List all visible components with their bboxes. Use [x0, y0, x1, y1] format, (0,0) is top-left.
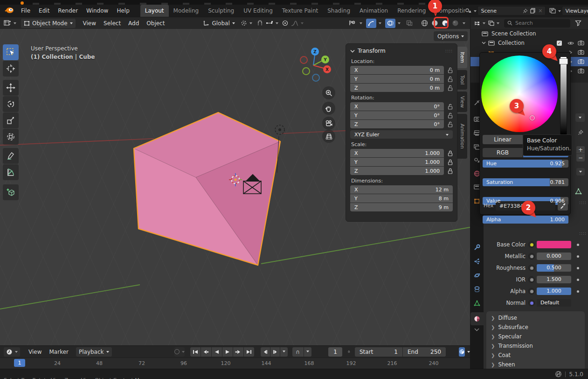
colorspace-linear-button[interactable]: Linear	[483, 135, 523, 144]
pivot-point-dropdown[interactable]	[241, 20, 252, 26]
section-diffuse[interactable]: ❯Diffuse	[486, 313, 585, 323]
current-frame-chip[interactable]: 1	[14, 359, 25, 367]
perspective-toggle-button[interactable]	[322, 130, 335, 143]
panel-grip[interactable]: ::::	[445, 49, 453, 53]
scale-y-field[interactable]: Y1.000	[350, 158, 444, 166]
object-visibility-dropdown[interactable]	[347, 19, 357, 28]
location-z-field[interactable]: Z0 m	[350, 84, 444, 92]
playback-sync-button[interactable]	[459, 347, 465, 357]
rotation-x-field[interactable]: X0°	[350, 102, 444, 111]
viewport-menu-add[interactable]: Add	[125, 20, 143, 27]
value-slider[interactable]	[560, 56, 567, 135]
lock-open-icon[interactable]	[448, 76, 453, 82]
location-y-field[interactable]: Y0 m	[350, 75, 444, 83]
menu-file[interactable]: File	[17, 7, 35, 14]
gizmo-axis-z[interactable]: Z	[311, 48, 319, 56]
menu-help[interactable]: Help	[112, 7, 133, 14]
tool-annotate[interactable]	[3, 148, 19, 164]
camera-view-button[interactable]	[322, 117, 335, 130]
normal-value-field[interactable]: Default	[537, 299, 571, 307]
viewlayer-name-field[interactable]: ViewLayer ✕	[562, 6, 588, 15]
new-scene-icon[interactable]	[530, 8, 536, 14]
xray-toggle[interactable]	[404, 19, 415, 28]
ior-slider[interactable]: 1.500	[537, 276, 571, 283]
lock-open-icon[interactable]	[448, 112, 453, 119]
animate-dot[interactable]	[577, 255, 579, 258]
mode-dropdown[interactable]: Object Mode	[21, 19, 76, 28]
step-options-chevron[interactable]	[280, 347, 288, 357]
filter-funnel-icon[interactable]	[575, 20, 581, 26]
tool-transform[interactable]	[3, 129, 19, 145]
color-wheel-cursor[interactable]	[530, 115, 535, 120]
prev-keyframe-button[interactable]	[201, 347, 211, 357]
viewport-menu-view[interactable]: View	[79, 20, 100, 27]
falloff-dropdown[interactable]	[291, 21, 304, 26]
alpha-socket[interactable]	[528, 288, 535, 295]
panel-grip[interactable]: ::::	[579, 231, 587, 236]
render-camera-icon[interactable]	[578, 49, 584, 55]
timeline-menu-view[interactable]: View	[25, 349, 45, 355]
play-reverse-button[interactable]	[212, 347, 222, 357]
animate-dot[interactable]	[577, 279, 579, 281]
viewlayer-datablock-icon[interactable]	[549, 8, 561, 14]
lock-closed-icon[interactable]	[448, 168, 453, 174]
collapse-chevron-icon[interactable]	[350, 49, 355, 53]
options-dropdown[interactable]: Options	[434, 31, 468, 41]
play-button[interactable]	[222, 347, 233, 357]
outliner-row-scene-collection[interactable]: Scene Collection	[470, 29, 588, 38]
tab-object-data-icon[interactable]	[474, 300, 480, 306]
gizmo-axis-y[interactable]: Y	[321, 56, 329, 63]
next-keyframe-button[interactable]	[233, 347, 243, 357]
npanel-tab-tool[interactable]: Tool	[457, 70, 467, 90]
pin-icon[interactable]	[523, 8, 528, 14]
stopwatch-icon[interactable]	[348, 348, 350, 355]
scale-z-field[interactable]: Z1.000	[350, 167, 444, 175]
npanel-tab-view[interactable]: View	[457, 91, 467, 112]
start-frame-field[interactable]: Start 1	[355, 347, 402, 357]
section-specular[interactable]: ❯Specular	[486, 332, 585, 341]
metallic-slider[interactable]: 0.000	[537, 253, 571, 260]
shading-rendered[interactable]	[450, 19, 460, 28]
workspace-tab-modeling[interactable]: Modeling	[169, 5, 204, 17]
dimensions-x-field[interactable]: X12 m	[350, 185, 453, 194]
menu-edit[interactable]: Edit	[35, 7, 54, 14]
snap-magnet-icon[interactable]	[257, 20, 263, 26]
roughness-slider[interactable]: 0.500	[537, 264, 571, 272]
proportional-edit-icon[interactable]	[282, 20, 288, 26]
tool-move[interactable]	[3, 80, 19, 96]
viewport-menu-object[interactable]: Object	[143, 20, 168, 27]
base-color-swatch[interactable]	[537, 241, 571, 248]
viewport-menu-select[interactable]: Select	[100, 20, 125, 27]
tool-cursor[interactable]	[3, 61, 19, 77]
tool-select-box[interactable]	[3, 44, 19, 60]
keying-chevron[interactable]	[304, 347, 311, 357]
base-color-socket[interactable]	[528, 241, 535, 248]
timeline-ruler[interactable]: 1 24 48 72 96 120 144 168 192 216 240	[0, 358, 470, 369]
alpha-slider[interactable]: 1.000	[537, 288, 571, 295]
timeline-menu-marker[interactable]: Marker	[45, 349, 72, 355]
gizmo-axis-y-neg[interactable]	[302, 67, 310, 75]
animate-dot[interactable]	[577, 267, 579, 269]
workspace-tab-layout[interactable]: Layout	[140, 5, 169, 17]
rotation-mode-dropdown[interactable]: XYZ Euler	[350, 130, 453, 139]
rgb-tab[interactable]: RGB	[483, 148, 523, 157]
overlays-toggle[interactable]	[385, 19, 395, 28]
tab-strip-more-chevron[interactable]	[474, 328, 479, 331]
material-slot-remove-button[interactable]: −	[576, 154, 585, 161]
jump-to-start-button[interactable]	[190, 347, 201, 357]
tab-physics-icon[interactable]	[474, 272, 480, 279]
lock-closed-icon[interactable]	[448, 150, 453, 156]
lock-open-icon[interactable]	[448, 121, 453, 127]
outliner-row-collection[interactable]: Collection ✓	[470, 38, 588, 48]
pan-view-button[interactable]	[322, 102, 335, 115]
tool-add-cube[interactable]	[3, 184, 19, 200]
scene-name-field[interactable]: Scene ✕	[477, 6, 546, 15]
tool-rotate[interactable]	[3, 96, 19, 112]
snap-target-dropdown[interactable]	[266, 21, 278, 26]
gizmo-axis-z-neg[interactable]	[312, 74, 320, 82]
normal-socket[interactable]	[528, 300, 535, 306]
blender-logo-icon[interactable]	[5, 7, 14, 14]
workspace-tab-shading[interactable]: Shading	[323, 5, 355, 17]
alpha-slider[interactable]: Alpha 1.000	[483, 216, 568, 224]
render-camera-icon[interactable]	[578, 59, 584, 64]
